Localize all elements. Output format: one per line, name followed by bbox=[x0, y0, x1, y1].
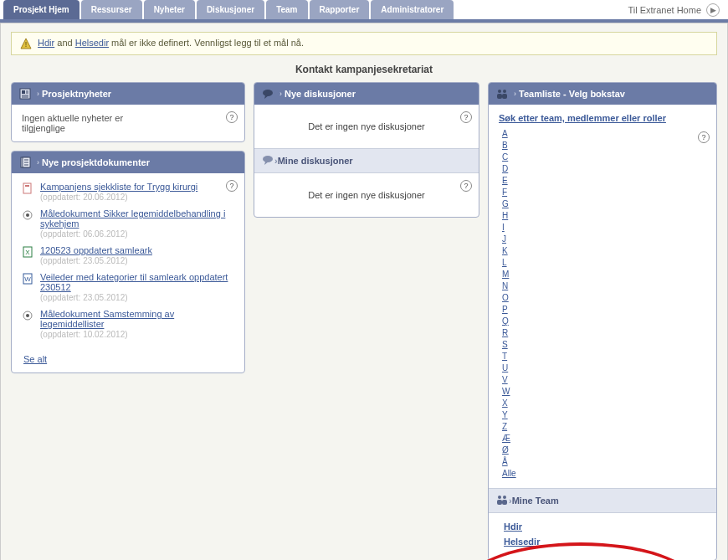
extranet-home-label: Til Extranet Home bbox=[628, 5, 701, 15]
tab-team[interactable]: Team bbox=[266, 0, 307, 19]
alert-link-helsedir[interactable]: Helsedir bbox=[75, 38, 109, 48]
panel-discussions-title: Nye diskusjoner bbox=[285, 89, 356, 99]
alpha-letter[interactable]: O bbox=[502, 292, 706, 304]
doc-item: Måledokument Sikker legemiddelbehandling… bbox=[22, 208, 234, 239]
people-icon bbox=[495, 493, 509, 508]
alpha-letter[interactable]: Z bbox=[502, 421, 706, 433]
alpha-letter[interactable]: D bbox=[502, 163, 706, 175]
panel-news-header: › Prosjektnyheter bbox=[12, 83, 244, 105]
alpha-letter[interactable]: E bbox=[502, 175, 706, 187]
alpha-letter[interactable]: Å bbox=[502, 456, 706, 468]
svg-point-31 bbox=[498, 496, 501, 499]
alpha-index: A B C D E F G H I J K L M N O bbox=[502, 128, 706, 480]
doc-link[interactable]: Kampanjens sjekkliste for Trygg kirurgi bbox=[40, 182, 197, 192]
alpha-letter[interactable]: A bbox=[502, 128, 706, 140]
file-icon bbox=[22, 310, 35, 321]
tab-diskusjoner[interactable]: Diskusjoner bbox=[197, 0, 264, 19]
alpha-letter[interactable]: H bbox=[502, 210, 706, 222]
alpha-letter[interactable]: Æ bbox=[502, 433, 706, 444]
alert-and: and bbox=[54, 38, 74, 48]
alpha-letter[interactable]: W bbox=[502, 386, 706, 398]
tab-rapporter[interactable]: Rapporter bbox=[310, 0, 370, 19]
alpha-letter[interactable]: B bbox=[502, 140, 706, 152]
doc-link[interactable]: Måledokument Samstemming av legemiddelli… bbox=[40, 309, 174, 329]
alpha-letter[interactable]: Y bbox=[502, 409, 706, 421]
panel-docs-title: Nye prosjektdokumenter bbox=[42, 157, 150, 167]
section-title: Kontakt kampanjesekretariat bbox=[11, 64, 717, 75]
svg-rect-3 bbox=[22, 90, 25, 94]
help-icon[interactable]: ? bbox=[460, 111, 472, 123]
arrow-right-icon: ▶ bbox=[706, 3, 720, 17]
alert-link-hdir[interactable]: Hdir bbox=[38, 38, 54, 48]
help-icon[interactable]: ? bbox=[460, 180, 472, 192]
svg-text:X: X bbox=[25, 249, 30, 256]
nav-tabs: Prosjekt Hjem Ressurser Nyheter Diskusjo… bbox=[0, 0, 728, 23]
alpha-letter[interactable]: F bbox=[502, 187, 706, 198]
tab-prosjekt-hjem[interactable]: Prosjekt Hjem bbox=[3, 0, 79, 19]
svg-point-25 bbox=[263, 156, 273, 162]
doc-meta: (oppdatert: 06.06.2012) bbox=[40, 229, 128, 239]
news-empty-text: Ingen aktuelle nyheter er tilgjenglige bbox=[22, 113, 164, 133]
alpha-letter[interactable]: C bbox=[502, 152, 706, 163]
alpha-letter[interactable]: S bbox=[502, 339, 706, 351]
file-excel-icon: X bbox=[22, 246, 35, 258]
svg-marker-24 bbox=[264, 95, 269, 99]
help-icon[interactable]: ? bbox=[226, 111, 238, 123]
file-icon bbox=[22, 209, 35, 221]
panel-news: › Prosjektnyheter ? Ingen aktuelle nyhet… bbox=[11, 82, 245, 142]
panel-teamlist-header: › Teamliste - Velg bokstav bbox=[489, 83, 716, 105]
alpha-letter[interactable]: Q bbox=[502, 316, 706, 327]
help-icon[interactable]: ? bbox=[698, 131, 710, 143]
alpha-letter[interactable]: X bbox=[502, 398, 706, 409]
alpha-letter[interactable]: J bbox=[502, 234, 706, 245]
team-search-link[interactable]: Søk etter team, medlemmer eller roller bbox=[499, 113, 706, 123]
panel-teamlist-title: Teamliste - Velg bokstav bbox=[519, 89, 625, 99]
svg-rect-29 bbox=[497, 94, 502, 99]
extranet-home-link[interactable]: Til Extranet Home ▶ bbox=[628, 3, 720, 17]
alpha-letter[interactable]: M bbox=[502, 269, 706, 280]
alpha-letter[interactable]: N bbox=[502, 280, 706, 292]
svg-text:W: W bbox=[24, 275, 31, 283]
alpha-letter[interactable]: U bbox=[502, 362, 706, 374]
alpha-letter[interactable]: I bbox=[502, 222, 706, 234]
team-link-helsedir[interactable]: Helsedir bbox=[504, 537, 701, 547]
alpha-letter[interactable]: P bbox=[502, 304, 706, 316]
doc-item: X 120523 oppdatert samleark(oppdatert: 2… bbox=[22, 245, 234, 265]
svg-rect-34 bbox=[502, 500, 507, 505]
alpha-letter[interactable]: L bbox=[502, 257, 706, 269]
alpha-letter[interactable]: G bbox=[502, 198, 706, 210]
see-all-link[interactable]: Se alt bbox=[23, 354, 47, 364]
svg-point-27 bbox=[498, 90, 501, 93]
panel-docs: › Nye prosjektdokumenter ? Kampanjens sj… bbox=[11, 151, 245, 373]
alpha-letter[interactable]: V bbox=[502, 374, 706, 386]
alpha-letter[interactable]: Ø bbox=[502, 444, 706, 456]
chevron-right-icon: › bbox=[279, 90, 282, 98]
doc-item: Kampanjens sjekkliste for Trygg kirurgi(… bbox=[22, 182, 234, 202]
warning-icon: ! bbox=[20, 38, 32, 49]
tab-nyheter[interactable]: Nyheter bbox=[144, 0, 195, 19]
svg-rect-13 bbox=[23, 183, 31, 193]
team-link-hdir[interactable]: Hdir bbox=[504, 521, 701, 532]
news-icon bbox=[18, 87, 32, 100]
svg-point-22 bbox=[26, 314, 29, 317]
panel-teamlist: › Teamliste - Velg bokstav Søk etter tea… bbox=[488, 82, 717, 560]
alpha-letter[interactable]: T bbox=[502, 351, 706, 362]
panel-mineteam-header: › Mine Team bbox=[489, 488, 716, 513]
people-icon bbox=[495, 87, 509, 100]
file-icon bbox=[22, 182, 35, 194]
alpha-letter[interactable]: K bbox=[502, 245, 706, 257]
tab-ressurser[interactable]: Ressurser bbox=[81, 0, 142, 19]
panel-mine-discussions-header: › Mine diskusjoner bbox=[254, 148, 479, 173]
help-icon[interactable]: ? bbox=[226, 180, 238, 192]
chevron-right-icon: › bbox=[37, 90, 39, 98]
alpha-letter[interactable]: R bbox=[502, 327, 706, 339]
svg-point-32 bbox=[503, 496, 506, 499]
svg-point-28 bbox=[503, 90, 506, 93]
panel-discussions: › Nye diskusjoner ? Det er ingen nye dis… bbox=[254, 82, 479, 218]
alpha-letter[interactable]: Alle bbox=[502, 468, 706, 480]
doc-link[interactable]: Veileder med kategorier til samleark opp… bbox=[40, 272, 228, 292]
doc-link[interactable]: Måledokument Sikker legemiddelbehandling… bbox=[40, 208, 225, 229]
doc-link[interactable]: 120523 oppdatert samleark bbox=[40, 245, 152, 255]
document-icon bbox=[18, 156, 32, 169]
tab-administratorer[interactable]: Administratorer bbox=[371, 0, 454, 19]
